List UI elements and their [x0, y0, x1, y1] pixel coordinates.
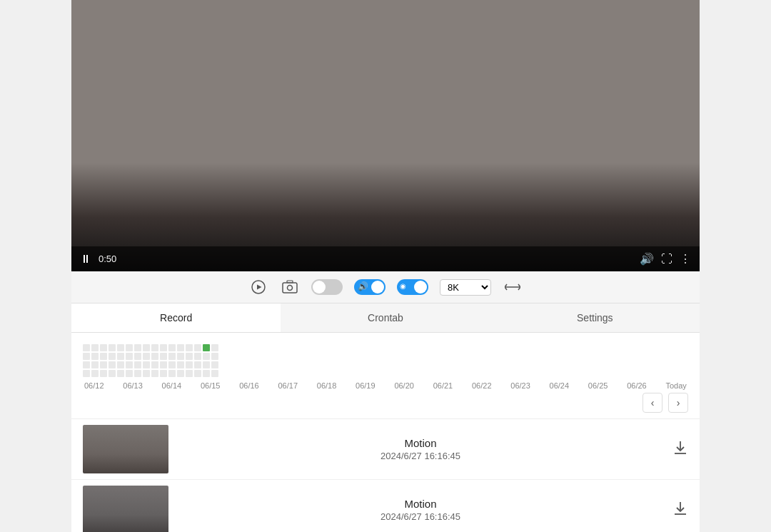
calendar-cell[interactable] — [168, 344, 176, 351]
calendar-col-11[interactable] — [177, 344, 184, 377]
calendar-cell[interactable] — [186, 353, 193, 360]
tab-crontab[interactable]: Crontab — [281, 303, 490, 332]
fullscreen-icon[interactable]: ⛶ — [661, 253, 672, 266]
calendar-cell[interactable] — [211, 361, 218, 368]
calendar-cell[interactable] — [211, 344, 218, 351]
recording-thumb-1[interactable] — [83, 425, 168, 473]
calendar-cell[interactable] — [211, 353, 218, 360]
calendar-cell[interactable] — [100, 353, 107, 360]
calendar-cell[interactable] — [168, 361, 176, 368]
calendar-cell[interactable] — [203, 353, 210, 360]
calendar-cell[interactable] — [91, 344, 99, 351]
calendar-cell[interactable] — [194, 353, 201, 360]
calendar-cell[interactable] — [143, 361, 150, 368]
calendar-cell[interactable] — [186, 344, 193, 351]
calendar-cell[interactable] — [151, 361, 158, 368]
calendar-col-10[interactable] — [168, 344, 176, 377]
calendar-cell[interactable] — [160, 353, 167, 360]
calendar-prev-button[interactable]: ‹ — [642, 393, 662, 413]
calendar-col-0[interactable] — [83, 344, 90, 377]
calendar-cell[interactable] — [100, 361, 107, 368]
calendar-cell[interactable] — [177, 353, 184, 360]
calendar-cell[interactable] — [83, 353, 90, 360]
play-circle-button[interactable] — [248, 277, 268, 297]
calendar-cell[interactable] — [134, 370, 141, 377]
calendar-cell[interactable] — [109, 353, 116, 360]
calendar-cell[interactable] — [143, 353, 150, 360]
calendar-cell[interactable] — [100, 370, 107, 377]
calendar-cell[interactable] — [117, 344, 124, 351]
calendar-col-8[interactable] — [151, 344, 158, 377]
calendar-cell[interactable] — [126, 344, 133, 351]
resize-icon[interactable] — [503, 277, 523, 297]
calendar-next-button[interactable]: › — [668, 393, 688, 413]
calendar-cell[interactable] — [151, 370, 158, 377]
calendar-cell[interactable] — [109, 361, 116, 368]
calendar-cell[interactable] — [203, 370, 210, 377]
calendar-col-9[interactable] — [160, 344, 167, 377]
calendar-cell[interactable] — [134, 344, 141, 351]
calendar-col-5[interactable] — [126, 344, 133, 377]
calendar-cell[interactable] — [168, 370, 176, 377]
download-button-1[interactable] — [672, 440, 688, 459]
calendar-cell[interactable] — [160, 344, 167, 351]
tab-record[interactable]: Record — [71, 303, 281, 332]
calendar-cell[interactable] — [83, 361, 90, 368]
calendar-cell[interactable] — [203, 361, 210, 368]
calendar-cell[interactable] — [203, 344, 210, 351]
calendar-col-15[interactable] — [211, 344, 218, 377]
calendar-cell[interactable] — [211, 370, 218, 377]
toggle-1[interactable] — [311, 279, 343, 295]
calendar-cell[interactable] — [126, 353, 133, 360]
calendar-cell[interactable] — [143, 370, 150, 377]
calendar-cell[interactable] — [151, 353, 158, 360]
calendar-cell[interactable] — [168, 353, 176, 360]
calendar-cell[interactable] — [177, 344, 184, 351]
calendar-cell[interactable] — [109, 344, 116, 351]
calendar-cell[interactable] — [143, 344, 150, 351]
calendar-cell[interactable] — [177, 370, 184, 377]
calendar-cell[interactable] — [194, 370, 201, 377]
calendar-cell[interactable] — [186, 370, 193, 377]
calendar-cell[interactable] — [100, 344, 107, 351]
calendar-cell[interactable] — [160, 361, 167, 368]
calendar-cell[interactable] — [194, 344, 201, 351]
calendar-cell[interactable] — [91, 353, 99, 360]
calendar-col-2[interactable] — [100, 344, 107, 377]
calendar-col-12[interactable] — [186, 344, 193, 377]
tab-settings[interactable]: Settings — [490, 303, 700, 332]
quality-dropdown[interactable]: 8K 4K 1080P 720P 480P — [440, 279, 491, 296]
more-options-icon[interactable]: ⋮ — [680, 252, 691, 266]
calendar-cell[interactable] — [117, 353, 124, 360]
calendar-col-13[interactable] — [194, 344, 201, 377]
calendar-cell[interactable] — [160, 370, 167, 377]
calendar-cell[interactable] — [186, 361, 193, 368]
calendar-cell[interactable] — [126, 370, 133, 377]
volume-icon[interactable]: 🔊 — [640, 252, 654, 266]
calendar-col-7[interactable] — [143, 344, 150, 377]
pause-button[interactable]: ⏸ — [80, 253, 91, 266]
calendar-col-1[interactable] — [91, 344, 99, 377]
toggle-2[interactable]: ◉ — [397, 279, 428, 295]
screenshot-button[interactable] — [280, 277, 300, 297]
calendar-col-3[interactable] — [109, 344, 116, 377]
calendar-cell[interactable] — [177, 361, 184, 368]
calendar-cell[interactable] — [91, 370, 99, 377]
calendar-cell[interactable] — [117, 361, 124, 368]
calendar-cell[interactable] — [151, 344, 158, 351]
calendar-cell[interactable] — [126, 361, 133, 368]
calendar-cell[interactable] — [117, 370, 124, 377]
calendar-cell[interactable] — [83, 370, 90, 377]
calendar-col-4[interactable] — [117, 344, 124, 377]
calendar-col-6[interactable] — [134, 344, 141, 377]
recording-thumb-2[interactable] — [83, 486, 168, 532]
calendar-cell[interactable] — [91, 361, 99, 368]
download-button-2[interactable] — [672, 501, 688, 520]
calendar-cell[interactable] — [83, 344, 90, 351]
calendar-cell[interactable] — [109, 370, 116, 377]
calendar-col-14[interactable] — [203, 344, 210, 377]
toggle-sound[interactable]: 🔊 — [354, 279, 386, 295]
calendar-cell[interactable] — [194, 361, 201, 368]
calendar-cell[interactable] — [134, 353, 141, 360]
calendar-cell[interactable] — [134, 361, 141, 368]
